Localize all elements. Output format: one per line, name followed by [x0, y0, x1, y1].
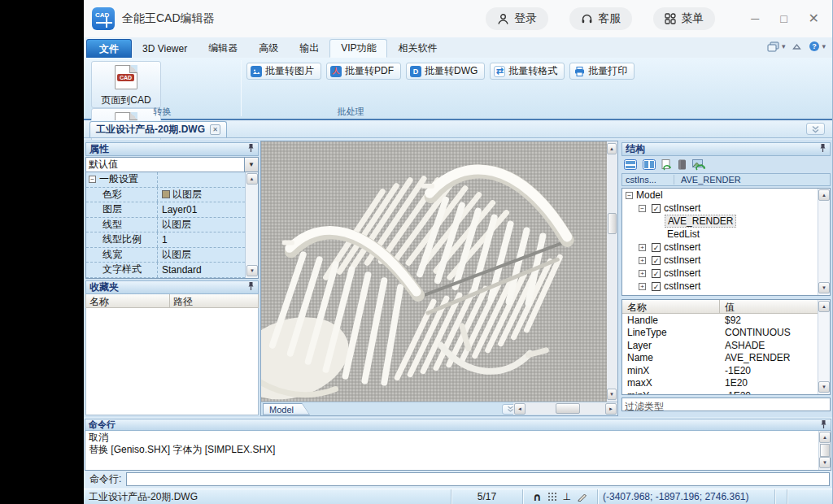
tree-item-cstinsert[interactable]: + ✓ cstInsert — [622, 241, 830, 254]
scroll-up-icon[interactable]: ▲ — [818, 301, 830, 312]
property-row-layer[interactable]: 图层 Layer01 — [86, 202, 245, 218]
scrollbar-thumb[interactable] — [608, 213, 617, 234]
tree-item-cstinsert[interactable]: − ✓ cstInsert — [622, 202, 830, 215]
draw-pen-icon[interactable] — [577, 492, 587, 502]
batch-to-image-button[interactable]: 批量转图片 — [246, 63, 321, 80]
scroll-down-icon[interactable]: ▼ — [818, 381, 830, 393]
tab-file[interactable]: 文件 — [86, 39, 132, 58]
property-row-linetype[interactable]: 线型 以图层 — [86, 218, 245, 233]
minimize-button[interactable]: ─ — [751, 13, 759, 24]
batch-to-pdf-button[interactable]: 人 批量转PDF — [326, 63, 401, 80]
tree-item-cstinsert[interactable]: + ✓ cstInsert — [622, 254, 830, 267]
scroll-left-icon[interactable]: ◄ — [514, 403, 526, 415]
property-row-lineweight[interactable]: 线宽 以图层 — [86, 248, 245, 263]
favorites-col-path[interactable]: 路径 — [170, 294, 196, 307]
expand-plus-icon[interactable]: + — [639, 270, 646, 277]
favorites-col-name[interactable]: 名称 — [86, 294, 170, 307]
tab-advanced[interactable]: 高级 — [248, 39, 289, 58]
scroll-down-icon[interactable]: ▼ — [246, 265, 258, 276]
ribbon-collapse-icon[interactable] — [792, 43, 801, 50]
batch-to-dwg-button[interactable]: D 批量转DWG — [406, 63, 485, 80]
split-horizontal-icon[interactable] — [624, 159, 637, 170]
tab-related-software[interactable]: 相关软件 — [387, 39, 447, 58]
filter-type-input[interactable] — [622, 401, 830, 413]
dropdown-arrow-icon[interactable]: ▼ — [244, 158, 258, 172]
scroll-right-icon[interactable]: ► — [605, 403, 617, 415]
checkbox-checked[interactable]: ✓ — [652, 269, 661, 278]
attribute-row[interactable]: minY-1E20 — [622, 389, 818, 395]
attribute-row[interactable]: minX-1E20 — [622, 364, 818, 377]
object-snap-icon[interactable]: ∩ — [533, 491, 542, 503]
scrollbar-thumb[interactable] — [556, 403, 580, 414]
batch-convert-format-button[interactable]: ⇄ 批量转格式 — [490, 63, 565, 80]
model-tab[interactable]: Model — [263, 403, 310, 415]
scroll-up-icon[interactable]: ▲ — [818, 189, 830, 201]
property-preset-select[interactable]: 默认值 ▼ — [85, 157, 259, 172]
maximize-button[interactable]: □ — [780, 13, 787, 24]
attribute-table-scrollbar[interactable]: ▲ ▼ — [818, 300, 830, 394]
panel-collapse-chevron-icon[interactable] — [806, 123, 825, 135]
favorites-list[interactable] — [85, 308, 259, 415]
login-button[interactable]: 登录 — [486, 7, 548, 30]
page-to-cad-button[interactable]: CAD 页面到CAD — [91, 61, 161, 108]
tab-editor[interactable]: 编辑器 — [198, 39, 248, 58]
property-grid-scrollbar[interactable]: ▲ ▼ — [245, 172, 258, 278]
command-input[interactable] — [126, 472, 830, 486]
structure-tab-ave-render[interactable]: AVE_RENDER — [674, 175, 741, 185]
expand-plus-icon[interactable]: + — [639, 257, 646, 264]
menu-button[interactable]: 菜单 — [653, 7, 715, 30]
scroll-up-icon[interactable]: ▲ — [246, 173, 258, 185]
collapse-minus-icon[interactable]: − — [626, 192, 633, 199]
scroll-down-icon[interactable]: ▼ — [819, 457, 831, 468]
scroll-down-icon[interactable]: ▼ — [818, 282, 830, 293]
attribute-row[interactable]: LayerASHADE — [622, 339, 818, 352]
switch-windows-icon[interactable]: ▾ — [767, 41, 786, 52]
tree-item-model[interactable]: − Model — [622, 189, 830, 202]
checkbox-checked[interactable]: ✓ — [652, 204, 661, 213]
expand-plus-icon[interactable]: + — [639, 244, 646, 251]
tree-scrollbar[interactable]: ▲ ▼ — [818, 189, 830, 295]
column-value[interactable]: 值 — [720, 300, 739, 313]
world-refresh-icon[interactable] — [692, 159, 705, 171]
scrollbar-thumb[interactable] — [820, 444, 830, 457]
structure-tab-cstinsert[interactable]: cstIns... — [622, 175, 674, 185]
tree-item-cstinsert[interactable]: + ✓ cstInsert — [622, 267, 830, 280]
column-name[interactable]: 名称 — [622, 300, 720, 313]
split-vertical-icon[interactable] — [643, 159, 656, 170]
grid-snap-icon[interactable] — [547, 492, 557, 502]
property-row-color[interactable]: 色彩 以图层 — [86, 188, 245, 203]
tree-item-eedlist[interactable]: EedList — [622, 228, 830, 241]
pin-icon[interactable] — [247, 281, 255, 293]
collapse-minus-icon[interactable]: − — [639, 205, 646, 212]
canvas-horizontal-scrollbar[interactable]: ◄ ► — [513, 402, 617, 415]
tab-output[interactable]: 输出 — [289, 39, 329, 58]
scroll-up-icon[interactable]: ▲ — [607, 143, 617, 154]
property-category-row[interactable]: −一般设置 — [86, 172, 245, 188]
batch-print-button[interactable]: 批量打印 — [569, 63, 635, 80]
document-tab[interactable]: 工业设计产品-20期.DWG ✕ — [89, 121, 227, 137]
checkbox-checked[interactable]: ✓ — [652, 256, 661, 265]
attribute-row[interactable]: Handle$92 — [622, 314, 818, 327]
attribute-row[interactable]: LineTypeCONTINUOUS — [622, 327, 818, 340]
support-button[interactable]: 客服 — [569, 7, 632, 30]
close-button[interactable]: ✕ — [809, 12, 819, 25]
ortho-mode-icon[interactable]: ⊥ — [563, 491, 571, 502]
expand-plus-icon[interactable]: + — [639, 283, 646, 290]
scroll-down-icon[interactable]: ▼ — [607, 389, 617, 400]
checkbox-checked[interactable]: ✓ — [652, 243, 661, 252]
command-scrollbar[interactable]: ▲ ▼ — [818, 431, 831, 470]
scroll-up-icon[interactable]: ▲ — [819, 432, 831, 443]
refresh-document-icon[interactable] — [661, 159, 672, 171]
attribute-row[interactable]: NameAVE_RENDER — [622, 352, 818, 365]
tree-item-ave-render[interactable]: AVE_RENDER — [622, 215, 830, 228]
canvas-vertical-scrollbar[interactable]: ▲ ▼ — [607, 141, 617, 402]
collapse-minus-icon[interactable]: − — [89, 176, 96, 183]
pin-icon[interactable] — [820, 419, 827, 431]
book-icon[interactable] — [678, 159, 687, 170]
tab-3d-viewer[interactable]: 3D Viewer — [132, 39, 198, 58]
tree-item-cstinsert[interactable]: + ✓ cstInsert — [622, 280, 830, 293]
pin-icon[interactable] — [247, 143, 255, 155]
help-icon[interactable]: ?▾ — [809, 41, 826, 52]
tab-vip[interactable]: VIP功能 — [329, 39, 387, 58]
property-row-linetype-scale[interactable]: 线型比例 1 — [86, 232, 245, 248]
